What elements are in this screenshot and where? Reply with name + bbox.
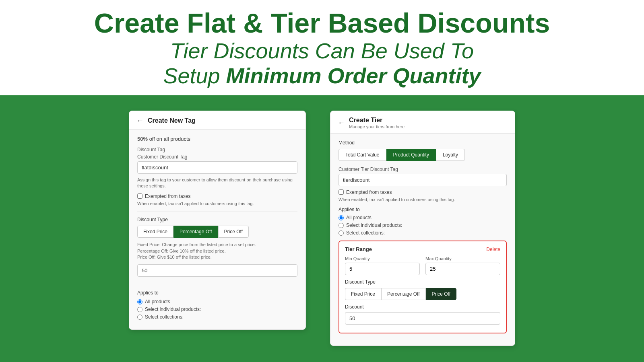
exempted-checkbox-row: Exempted from taxes (137, 193, 297, 199)
right-radio-individual-label: Select individual products: (346, 222, 402, 228)
radio-all-label: All products (145, 299, 170, 304)
radio-individual-products: Select individual products: (137, 306, 297, 312)
delete-btn[interactable]: Delete (486, 247, 500, 252)
min-qty-col: Min Quantity (345, 256, 420, 275)
exempted-label: Exempted from taxes (145, 193, 190, 199)
radio-individual-label: Select individual products: (145, 306, 201, 312)
left-section-label: 50% off on all products (137, 136, 297, 142)
right-radio-individual-input[interactable] (339, 223, 344, 228)
right-applies-label: Applies to (339, 207, 507, 212)
divider2 (137, 285, 297, 285)
right-radio-collections: Select collections: (339, 230, 507, 236)
header-subtitle-italic: Tier Discounts Can Be Used To (170, 39, 474, 63)
right-panel-body: Method Total Cart Value Product Quantity… (330, 134, 515, 346)
method-label: Method (339, 140, 507, 146)
discount-type-label: Discount Type (137, 217, 297, 222)
header-subtitle-bold: Setup (163, 64, 226, 88)
max-qty-input[interactable] (425, 263, 500, 275)
qty-row: Min Quantity Max Quantity (345, 256, 500, 275)
tier-discount-input[interactable] (345, 312, 500, 325)
header-subtitle: Tier Discounts Can Be Used To Setup Mini… (16, 38, 628, 88)
radio-all-input[interactable] (137, 299, 142, 304)
max-qty-col: Max Quantity (425, 256, 500, 275)
tier-range-header: Tier Range Delete (345, 246, 500, 252)
tier-range-title: Tier Range (345, 246, 372, 252)
right-panel-header: ← Create Tier Manage your tiers from her… (330, 111, 515, 134)
percentage-off-btn[interactable]: Percentage Off (173, 226, 218, 238)
header-title: Create Flat & Tier Based Discounts (16, 8, 628, 38)
left-panel-title: Create New Tag (148, 117, 196, 124)
min-qty-label: Min Quantity (345, 256, 420, 261)
tier-tag-input[interactable] (339, 174, 507, 186)
max-qty-label: Max Quantity (425, 256, 500, 261)
left-panel: ← Create New Tag 50% off on all products… (129, 111, 306, 330)
discount-value-input[interactable] (137, 264, 297, 277)
right-panel-subtitle: Manage your tiers from here (349, 124, 405, 129)
left-panel-body: 50% off on all products Discount Tag Cus… (129, 130, 305, 329)
right-radio-all: All products (339, 215, 507, 220)
applies-to-label: Applies to (137, 290, 297, 296)
exempted-checkbox[interactable] (137, 193, 142, 199)
right-panel-title: Create Tier (349, 117, 405, 124)
exempted-helper: When enabled, tax isn't applied to custo… (137, 201, 297, 207)
right-radio-group: All products Select individual products:… (339, 215, 507, 236)
tier-discount-type-label: Discount Type (345, 279, 500, 285)
radio-individual-input[interactable] (137, 307, 142, 312)
product-qty-btn[interactable]: Product Quantity (386, 149, 436, 161)
discount-tag-helper: Assign this tag to your customer to allo… (137, 177, 297, 189)
main-container: Create Flat & Tier Based Discounts Tier … (0, 0, 644, 362)
tier-percentage-off-btn[interactable]: Percentage Off (381, 288, 426, 300)
header-title-text: Create Flat & Tier Based Discounts (94, 8, 550, 38)
method-buttons: Total Cart Value Product Quantity Loyalt… (339, 149, 507, 161)
right-panel: ← Create Tier Manage your tiers from her… (330, 111, 515, 346)
customer-tier-label: Customer Tier Discount Tag (339, 167, 507, 172)
right-exempted-helper: When enabled, tax isn't applied to custo… (339, 197, 507, 203)
header-section: Create Flat & Tier Based Discounts Tier … (0, 0, 644, 99)
discount-section: Discount (345, 304, 500, 325)
customer-discount-tag-input[interactable] (137, 161, 297, 174)
radio-collections: Select collections: (137, 314, 297, 320)
min-qty-input[interactable] (345, 263, 420, 275)
tier-fixed-price-btn[interactable]: Fixed Price (345, 288, 381, 300)
applies-to-radio-group: All products Select individual products:… (137, 299, 297, 320)
right-exempted-checkbox[interactable] (339, 189, 344, 195)
loyalty-btn[interactable]: Loyalty (436, 149, 465, 161)
right-radio-collections-input[interactable] (339, 230, 344, 236)
radio-all-products: All products (137, 299, 297, 304)
tier-discount-type-buttons: Fixed Price Percentage Off Price Off (345, 288, 500, 300)
left-back-arrow[interactable]: ← (136, 117, 144, 125)
radio-collections-input[interactable] (137, 315, 142, 320)
tier-range-box: Tier Range Delete Min Quantity Max Quant… (339, 241, 507, 333)
right-applies-section: Applies to All products Select individua… (339, 207, 507, 236)
discount-section-label: Discount (345, 304, 500, 310)
price-off-btn[interactable]: Price Off (218, 226, 249, 238)
discount-descriptions: Fixed Price: Change price from the liste… (137, 242, 297, 260)
right-exempted-row: Exempted from taxes (339, 189, 507, 195)
discount-type-buttons: Fixed Price Percentage Off Price Off (137, 226, 297, 238)
right-radio-all-input[interactable] (339, 215, 344, 220)
fixed-price-btn[interactable]: Fixed Price (137, 226, 173, 238)
tier-price-off-btn[interactable]: Price Off (426, 288, 456, 300)
right-radio-individual: Select individual products: (339, 222, 507, 228)
right-back-arrow[interactable]: ← (338, 119, 345, 127)
discount-tag-label: Discount Tag (137, 147, 297, 152)
right-radio-collections-label: Select collections: (346, 230, 385, 236)
header-subtitle-bold2: Minimum Order Quantity (226, 64, 481, 88)
right-radio-all-label: All products (346, 215, 372, 220)
total-cart-btn[interactable]: Total Cart Value (339, 149, 386, 161)
right-exempted-label: Exempted from taxes (346, 189, 392, 195)
customer-discount-tag-label: Customer Discount Tag (137, 154, 297, 160)
left-panel-header: ← Create New Tag (129, 111, 305, 130)
divider1 (137, 212, 297, 212)
panels-section: ← Create New Tag 50% off on all products… (0, 99, 644, 358)
radio-collections-label: Select collections: (145, 314, 184, 320)
